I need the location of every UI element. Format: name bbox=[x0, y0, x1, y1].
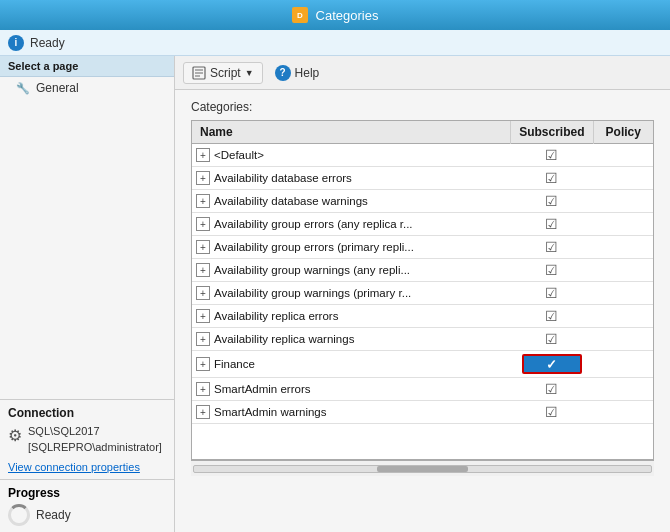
sidebar: Select a page 🔧 General Connection ⚙ SQL… bbox=[0, 56, 175, 532]
col-subscribed: Subscribed bbox=[511, 121, 593, 144]
expand-button[interactable]: + bbox=[196, 332, 210, 346]
name-cell: +SmartAdmin warnings bbox=[192, 402, 511, 422]
progress-spinner bbox=[8, 504, 30, 526]
subscribed-check-icon: ☑ bbox=[545, 285, 558, 301]
subscribed-cell[interactable]: ☑ bbox=[511, 213, 593, 236]
name-cell: +Availability database warnings bbox=[192, 191, 511, 211]
col-policy: Policy bbox=[593, 121, 653, 144]
name-cell: +Availability group errors (any replica … bbox=[192, 214, 511, 234]
status-text: Ready bbox=[30, 36, 65, 50]
help-icon: ? bbox=[275, 65, 291, 81]
scroll-thumb bbox=[377, 466, 468, 472]
row-name: Finance bbox=[214, 358, 255, 370]
server-user: [SQLREPRO\administrator] bbox=[28, 440, 162, 455]
subscribed-cell[interactable]: ☑ bbox=[511, 282, 593, 305]
name-cell: +SmartAdmin errors bbox=[192, 379, 511, 399]
toolbar: Script ▼ ? Help bbox=[175, 56, 670, 90]
row-name: SmartAdmin errors bbox=[214, 383, 311, 395]
subscribed-check-icon: ☑ bbox=[545, 381, 558, 397]
subscribed-cell[interactable]: ☑ bbox=[511, 236, 593, 259]
subscribed-cell[interactable]: ☑ bbox=[511, 305, 593, 328]
policy-cell bbox=[593, 167, 653, 190]
subscribed-cell[interactable]: ☑ bbox=[511, 167, 593, 190]
policy-cell bbox=[593, 144, 653, 167]
row-name: SmartAdmin warnings bbox=[214, 406, 326, 418]
subscribed-cell[interactable]: ☑ bbox=[511, 259, 593, 282]
row-name: Availability replica errors bbox=[214, 310, 338, 322]
row-name: Availability group warnings (any repli..… bbox=[214, 264, 410, 276]
subscribed-cell[interactable]: ☑ bbox=[511, 328, 593, 351]
subscribed-cell[interactable]: ☑ bbox=[511, 144, 593, 167]
subscribed-check-icon: ☑ bbox=[545, 216, 558, 232]
table-row: +Availability replica errors☑ bbox=[192, 305, 653, 328]
connection-info: ⚙ SQL\SQL2017 [SQLREPRO\administrator] bbox=[8, 424, 166, 455]
expand-button[interactable]: + bbox=[196, 286, 210, 300]
expand-button[interactable]: + bbox=[196, 217, 210, 231]
main-layout: Select a page 🔧 General Connection ⚙ SQL… bbox=[0, 56, 670, 532]
categories-table: Name Subscribed Policy +<Default>☑+Avail… bbox=[192, 121, 653, 424]
categories-label: Categories: bbox=[191, 100, 654, 114]
expand-button[interactable]: + bbox=[196, 263, 210, 277]
policy-cell bbox=[593, 259, 653, 282]
finance-subscribed-box[interactable]: ✓ bbox=[522, 354, 582, 374]
name-cell: +Availability group errors (primary repl… bbox=[192, 237, 511, 257]
window-title: Categories bbox=[316, 8, 379, 23]
subscribed-check-icon: ☑ bbox=[545, 170, 558, 186]
expand-button[interactable]: + bbox=[196, 405, 210, 419]
info-icon: i bbox=[8, 35, 24, 51]
sidebar-item-general[interactable]: 🔧 General bbox=[0, 77, 174, 99]
subscribed-check-icon: ☑ bbox=[545, 193, 558, 209]
row-name: Availability database warnings bbox=[214, 195, 368, 207]
script-label: Script bbox=[210, 66, 241, 80]
row-name: <Default> bbox=[214, 149, 264, 161]
expand-button[interactable]: + bbox=[196, 194, 210, 208]
table-row: +Availability database errors☑ bbox=[192, 167, 653, 190]
col-name: Name bbox=[192, 121, 511, 144]
subscribed-cell[interactable]: ✓ bbox=[511, 351, 593, 378]
connection-title: Connection bbox=[8, 406, 166, 420]
name-cell: +Availability replica warnings bbox=[192, 329, 511, 349]
subscribed-check-icon: ☑ bbox=[545, 147, 558, 163]
view-connection-link[interactable]: View connection properties bbox=[8, 461, 166, 473]
progress-status: Ready bbox=[36, 508, 71, 522]
name-cell: +Availability replica errors bbox=[192, 306, 511, 326]
policy-cell bbox=[593, 190, 653, 213]
subscribed-cell[interactable]: ☑ bbox=[511, 190, 593, 213]
server-icon: ⚙ bbox=[8, 426, 22, 445]
table-row: +Availability group errors (primary repl… bbox=[192, 236, 653, 259]
select-page-label: Select a page bbox=[0, 56, 174, 77]
row-name: Availability replica warnings bbox=[214, 333, 354, 345]
progress-section: Progress Ready bbox=[0, 479, 174, 532]
sidebar-item-label: General bbox=[36, 81, 79, 95]
expand-button[interactable]: + bbox=[196, 148, 210, 162]
policy-cell bbox=[593, 236, 653, 259]
script-button[interactable]: Script ▼ bbox=[183, 62, 263, 84]
content-area: Script ▼ ? Help Categories: Name Subscri… bbox=[175, 56, 670, 532]
help-button[interactable]: ? Help bbox=[267, 62, 328, 84]
expand-button[interactable]: + bbox=[196, 240, 210, 254]
table-row: +<Default>☑ bbox=[192, 144, 653, 167]
app-icon: D bbox=[292, 7, 308, 23]
help-label: Help bbox=[295, 66, 320, 80]
expand-button[interactable]: + bbox=[196, 382, 210, 396]
progress-title: Progress bbox=[8, 486, 166, 500]
subscribed-cell[interactable]: ☑ bbox=[511, 401, 593, 424]
table-row: +Availability group warnings (any repli.… bbox=[192, 259, 653, 282]
subscribed-check-icon: ☑ bbox=[545, 331, 558, 347]
name-cell: +Finance bbox=[192, 354, 511, 374]
expand-button[interactable]: + bbox=[196, 309, 210, 323]
scrollbar-area[interactable] bbox=[191, 460, 654, 476]
finance-check-icon: ✓ bbox=[546, 357, 557, 372]
policy-cell bbox=[593, 328, 653, 351]
svg-text:D: D bbox=[297, 11, 303, 20]
table-row: +Finance✓ bbox=[192, 351, 653, 378]
name-cell: +Availability group warnings (primary r.… bbox=[192, 283, 511, 303]
expand-button[interactable]: + bbox=[196, 171, 210, 185]
subscribed-check-icon: ☑ bbox=[545, 404, 558, 420]
subscribed-cell[interactable]: ☑ bbox=[511, 378, 593, 401]
expand-button[interactable]: + bbox=[196, 357, 210, 371]
progress-info: Ready bbox=[8, 504, 166, 526]
policy-cell bbox=[593, 351, 653, 378]
categories-table-container[interactable]: Name Subscribed Policy +<Default>☑+Avail… bbox=[191, 120, 654, 460]
row-name: Availability group errors (primary repli… bbox=[214, 241, 414, 253]
